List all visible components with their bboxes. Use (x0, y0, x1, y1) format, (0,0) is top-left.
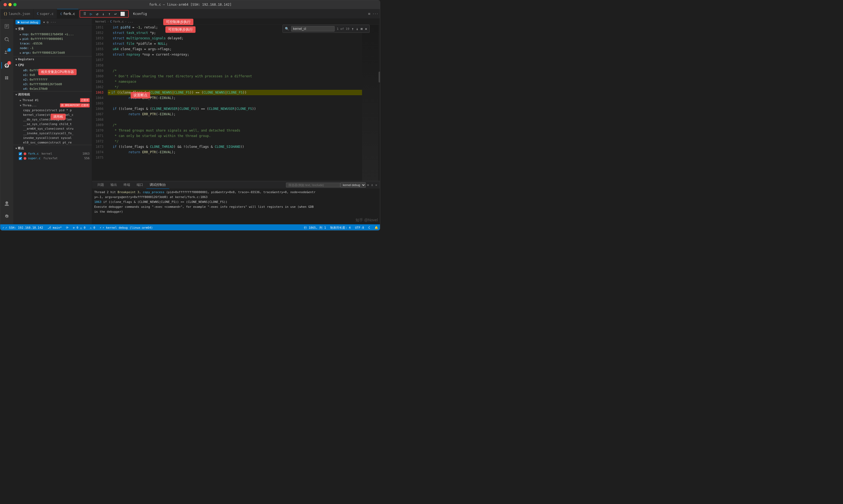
debug-gear-icon[interactable]: ⚙ (47, 20, 49, 24)
split-editor-icon[interactable]: ⊞ (368, 12, 370, 16)
statusbar-tabsize[interactable]: 制表符长度: 4 (330, 226, 350, 230)
tab-super-c[interactable]: C super.c (34, 9, 57, 19)
var-item-args[interactable]: ▶ args: 0xffff8000126f3dd0 (13, 51, 92, 55)
code-line-1863: ⇒ if ((clone_flags & (CLONE_NEWNS|CLONE_… (108, 90, 362, 95)
line-numbers: 1851 1852 1853 1854 1855 1856 1857 1858 … (92, 25, 106, 181)
kconfig-tab[interactable]: Kconfig (131, 11, 149, 17)
find-prev-btn[interactable]: ↑ (351, 26, 354, 31)
debug-stop-btn[interactable]: ⬜ (119, 11, 126, 17)
panel-close-icon[interactable]: ✕ (374, 183, 378, 187)
statusbar-encoding[interactable]: UTF-8 (355, 226, 364, 230)
thread-1[interactable]: ▶ Thread #1 已暂停 (13, 98, 92, 103)
chevron-down-icon: ▼ (16, 58, 17, 61)
scrollbar-thumb[interactable] (379, 72, 380, 83)
statusbar-bell[interactable]: 🔔 (375, 226, 378, 230)
sidebar-item-settings[interactable] (1, 211, 12, 222)
debug-play-button[interactable]: ▶ kernel debug (16, 20, 40, 24)
frame-arm64-sys-clone[interactable]: __arm64_sys_clone(const stru (13, 126, 92, 131)
sidebar-item-debug[interactable]: 1 (1, 60, 12, 71)
tab-fork-c[interactable]: C fork.c (57, 9, 79, 19)
debug-step-out-btn[interactable]: ↩ (113, 11, 118, 17)
more-actions-icon[interactable]: ··· (372, 12, 378, 16)
var-item-node[interactable]: node: -1 (13, 46, 92, 51)
minimize-button[interactable] (8, 3, 12, 6)
maximize-button[interactable] (13, 3, 17, 6)
find-next-btn[interactable]: ↓ (356, 26, 358, 31)
statusbar-ssh[interactable]: ✓ ✓ SSH: 192.168.18.142 (2, 226, 43, 230)
debug-continue-btn[interactable]: ▷ (89, 11, 93, 17)
sidebar-item-accounts[interactable] (1, 198, 12, 209)
sidebar-item-explorer[interactable] (1, 21, 12, 32)
vertical-scrollbar[interactable] (378, 25, 380, 181)
panel-line-4: Execute debugger commands using "-exec <… (94, 204, 378, 210)
debug-session-header: ▶ kernel debug ▾ ⚙ ··· (13, 19, 92, 26)
reg-x1[interactable]: x1: 0x0 (13, 73, 92, 77)
var-item-nsp[interactable]: ▶ nsp: 0xffff800011fb0450 <i... (13, 32, 92, 37)
panel-tab-ports[interactable]: 端口 (133, 181, 147, 189)
panel-line-5: is the debugger) (94, 210, 378, 214)
debug-breakpoints-btn[interactable]: ⠿ (82, 11, 87, 17)
tabbar: {} launch.json C super.c C fork.c ⠿ ▷ ↺ … (0, 9, 380, 19)
bp-dot-icon2 (24, 157, 27, 160)
var-item-trace[interactable]: trace: -65536 (13, 41, 92, 46)
panel-tab-debug-console[interactable]: 调试控制台 (147, 181, 169, 189)
panel-tab-terminal[interactable]: 终端 (120, 181, 133, 189)
window-title: fork.c — linux-arm64 [SSH: 192.168.18.14… (149, 3, 231, 6)
thread-2[interactable]: ▼ Threa... 因 BREAKPOINT 已暂停 (13, 103, 92, 108)
reg-x3[interactable]: x3: 0xffff8000126f3dd0 (13, 82, 92, 87)
breakpoints-section-header[interactable]: ▼ 断点 (13, 145, 92, 151)
breadcrumb-kernel[interactable]: kernel (95, 20, 106, 23)
code-line-1868 (108, 117, 362, 122)
registers-section-header[interactable]: ▼ Registers (13, 56, 92, 62)
statusbar-branch[interactable]: ⎇ main* (48, 226, 62, 230)
frame-copy-process[interactable]: copy_process(struct pid * p (13, 108, 92, 112)
panel-up-icon[interactable]: ∧ (370, 183, 374, 187)
var-item-pid[interactable]: ▶ pid: 0xffffffff00000001 (13, 37, 92, 41)
panel-tab-problems[interactable]: 问题 (94, 181, 107, 189)
panel-filter-input[interactable] (286, 183, 340, 187)
statusbar-line-col[interactable]: 行 1865, 列 1 (304, 226, 326, 230)
frame-do-sys-clone[interactable]: __do_sys_clone(unsigned lon (13, 117, 92, 122)
code-line-1874: return ERR_PTR(-EINVAL); (108, 149, 362, 155)
reg-x0[interactable]: x0: 0xffff800011fb0450 (13, 68, 92, 73)
debug-restart-btn[interactable]: ↺ (95, 11, 99, 17)
reg-x4[interactable]: x4: 0x1ec370d0 (13, 87, 92, 91)
breadcrumb-fork-c[interactable]: fork.c (113, 20, 124, 23)
chevron-down-icon: ▼ (16, 28, 17, 30)
statusbar-warnings[interactable]: ⚠ 0 (90, 226, 95, 230)
sidebar-item-scm[interactable]: 2 (1, 47, 12, 58)
cpu-group[interactable]: ▼ CPU (13, 62, 92, 68)
statusbar-language[interactable]: C (368, 226, 370, 230)
find-input[interactable] (291, 26, 334, 32)
variables-section-header[interactable]: ▼ 变量 (13, 26, 92, 32)
find-close-btn[interactable]: ✕ (365, 26, 367, 31)
statusbar-sync[interactable]: ⟳ (66, 226, 68, 230)
statusbar-errors[interactable]: ⊘ 0 △ 0 (73, 226, 85, 230)
bp-fork-c[interactable]: fork.c kernel 1863 (13, 151, 92, 156)
bp-super-c[interactable]: super.c fs/exfat 556 (13, 156, 92, 161)
panel-config-select[interactable]: kernel debug (340, 182, 366, 188)
debug-step-over-btn[interactable]: ↓ (101, 11, 105, 17)
panel-list-icon[interactable]: ≡ (366, 183, 370, 187)
play-icon: ▶ (18, 20, 20, 24)
frame-el0-svc[interactable]: el0_svc_common(struct pt_re (13, 140, 92, 145)
callstack-section-header[interactable]: ▼ 调用堆栈 (13, 91, 92, 98)
debug-more-icon[interactable]: ··· (50, 20, 56, 24)
debug-badge: 1 (7, 61, 11, 65)
bp-checkbox-fork[interactable] (19, 152, 22, 156)
sidebar-item-search[interactable] (1, 34, 12, 45)
bp-checkbox-super[interactable] (19, 157, 22, 160)
frame-invoke-syscall2[interactable]: invoke_syscall(const syscal (13, 136, 92, 140)
frame-invoke-syscall[interactable]: __invoke_syscall(syscall_fn_ (13, 131, 92, 136)
panel-tab-output[interactable]: 输出 (107, 181, 120, 189)
tab-launch-json[interactable]: {} launch.json (0, 9, 34, 19)
code-editor[interactable]: int pidfd = -1, retval; struct task_stru… (106, 25, 362, 181)
debug-step-into-btn[interactable]: ↑ (107, 11, 111, 17)
close-button[interactable] (3, 3, 7, 6)
frame-se-sys-clone[interactable]: __se_sys_clone(long child_t (13, 122, 92, 126)
reg-x2[interactable]: x2: 0xffffffff (13, 77, 92, 82)
find-list-btn[interactable]: ≡ (360, 26, 363, 31)
sidebar-item-extensions[interactable] (1, 73, 12, 84)
frame-kernel-clone[interactable]: kernel_clone(struct kernel_c (13, 112, 92, 117)
statusbar-debug[interactable]: ⚡ ⚡ kernel debug (linux-arm64) (100, 226, 153, 230)
